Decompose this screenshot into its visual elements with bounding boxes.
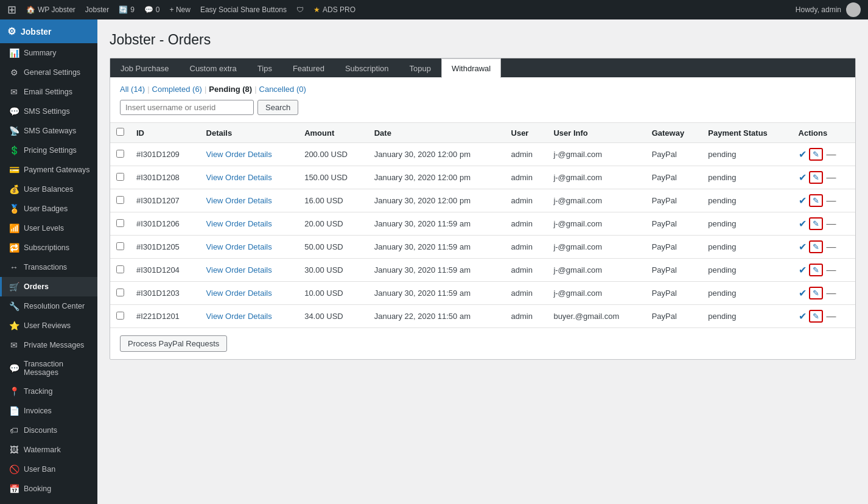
sidebar-item-user-badges[interactable]: 🏅User Badges bbox=[0, 199, 97, 219]
sidebar-item-transactions[interactable]: ↔Transactions bbox=[0, 257, 97, 277]
approve-action-3[interactable]: ✔ bbox=[799, 218, 807, 229]
filter-completed[interactable]: Completed (6) bbox=[152, 85, 202, 94]
sidebar-item-tracking[interactable]: 📍Tracking bbox=[0, 382, 97, 401]
tab-featured[interactable]: Featured bbox=[282, 58, 335, 78]
sidebar-item-sms-settings[interactable]: 💬SMS Settings bbox=[0, 102, 97, 121]
sidebar-item-email-settings[interactable]: ✉Email Settings bbox=[0, 82, 97, 102]
row-user-3: admin bbox=[505, 212, 548, 236]
tab-custom-extra[interactable]: Custom extra bbox=[180, 58, 247, 78]
edit-action-1[interactable]: ✎ bbox=[809, 171, 823, 184]
sidebar-item-user-reviews[interactable]: ⭐User Reviews bbox=[0, 316, 97, 335]
remove-action-3[interactable]: — bbox=[827, 219, 836, 229]
approve-action-4[interactable]: ✔ bbox=[799, 241, 807, 253]
row-select-1[interactable] bbox=[116, 173, 124, 181]
tab-topup[interactable]: Topup bbox=[399, 58, 441, 78]
sidebar-item-subscriptions[interactable]: 🔁Subscriptions bbox=[0, 238, 97, 257]
row-view-link-3[interactable]: View Order Details bbox=[206, 219, 272, 228]
row-date-1: January 30, 2020 12:00 pm bbox=[368, 166, 505, 189]
sidebar-item-watermark[interactable]: 🖼Watermark bbox=[0, 440, 97, 460]
sidebar-label-watermark: Watermark bbox=[24, 446, 61, 454]
sidebar-item-pricing-settings[interactable]: 💲Pricing Settings bbox=[0, 141, 97, 160]
sidebar-label-resolution-center: Resolution Center bbox=[24, 302, 85, 310]
admin-bar-new[interactable]: + New bbox=[170, 5, 191, 14]
row-view-link-1[interactable]: View Order Details bbox=[206, 173, 272, 182]
filter-separator: | bbox=[254, 85, 256, 94]
sidebar-item-user-balances[interactable]: 💰User Balances bbox=[0, 180, 97, 199]
admin-bar-social[interactable]: Easy Social Share Buttons bbox=[200, 5, 287, 14]
admin-bar-howdy[interactable]: Howdy, admin bbox=[796, 2, 861, 17]
search-button[interactable]: Search bbox=[257, 100, 298, 115]
row-view-link-4[interactable]: View Order Details bbox=[206, 242, 272, 251]
approve-action-2[interactable]: ✔ bbox=[799, 195, 807, 206]
tab-subscription[interactable]: Subscription bbox=[335, 58, 399, 78]
remove-action-1[interactable]: — bbox=[827, 172, 836, 183]
approve-action-7[interactable]: ✔ bbox=[799, 310, 807, 322]
process-paypal-button[interactable]: Process PayPal Requests bbox=[120, 335, 227, 352]
row-view-link-0[interactable]: View Order Details bbox=[206, 150, 272, 159]
sidebar-item-resolution-center[interactable]: 🔧Resolution Center bbox=[0, 296, 97, 316]
row-select-4[interactable] bbox=[116, 242, 124, 250]
admin-bar-comments[interactable]: 💬 0 bbox=[144, 5, 160, 14]
row-view-link-5[interactable]: View Order Details bbox=[206, 265, 272, 275]
approve-action-0[interactable]: ✔ bbox=[799, 149, 807, 160]
sidebar-item-user-ban[interactable]: 🚫User Ban bbox=[0, 460, 97, 479]
sidebar-item-booking[interactable]: 📅Booking bbox=[0, 479, 97, 499]
row-select-3[interactable] bbox=[116, 219, 124, 227]
row-view-link-6[interactable]: View Order Details bbox=[206, 289, 272, 298]
edit-action-2[interactable]: ✎ bbox=[809, 194, 823, 207]
sidebar-item-sms-gateways[interactable]: 📡SMS Gateways bbox=[0, 121, 97, 141]
remove-action-4[interactable]: — bbox=[827, 242, 836, 253]
sidebar-item-invoices[interactable]: 📄Invoices bbox=[0, 401, 97, 421]
remove-action-0[interactable]: — bbox=[827, 149, 836, 160]
filter-pending[interactable]: Pending (8) bbox=[209, 85, 252, 94]
remove-action-5[interactable]: — bbox=[827, 265, 836, 276]
edit-action-7[interactable]: ✎ bbox=[809, 310, 823, 323]
edit-action-5[interactable]: ✎ bbox=[809, 264, 823, 276]
filter-cancelled[interactable]: Cancelled (0) bbox=[259, 85, 306, 94]
row-date-7: January 22, 2020 11:50 am bbox=[368, 305, 505, 328]
search-input[interactable] bbox=[120, 100, 254, 115]
edit-action-4[interactable]: ✎ bbox=[809, 240, 823, 253]
admin-bar-plugin[interactable]: Jobster bbox=[85, 5, 109, 14]
sidebar-item-information[interactable]: ℹInformation bbox=[0, 499, 97, 504]
sidebar-item-transaction-messages[interactable]: 💬Transaction Messages bbox=[0, 355, 97, 382]
row-date-2: January 30, 2020 12:00 pm bbox=[368, 189, 505, 212]
sidebar-item-discounts[interactable]: 🏷Discounts bbox=[0, 421, 97, 440]
select-all-checkbox[interactable] bbox=[116, 128, 124, 136]
row-select-0[interactable] bbox=[116, 150, 124, 158]
sidebar-item-orders[interactable]: 🛒Orders bbox=[0, 277, 97, 296]
wp-logo-icon: ⊞ bbox=[7, 3, 16, 16]
row-select-2[interactable] bbox=[116, 196, 124, 204]
admin-bar-ads[interactable]: ★ ADS PRO bbox=[313, 5, 355, 14]
sidebar-item-general-settings[interactable]: ⚙General Settings bbox=[0, 63, 97, 82]
sidebar-item-summary[interactable]: 📊Summary bbox=[0, 43, 97, 63]
col-date: Date bbox=[368, 123, 505, 143]
filter-all[interactable]: All (14) bbox=[120, 85, 145, 94]
approve-action-1[interactable]: ✔ bbox=[799, 172, 807, 183]
edit-action-6[interactable]: ✎ bbox=[809, 287, 823, 299]
sidebar-brand[interactable]: ⚙ Jobster bbox=[0, 19, 97, 43]
row-select-7[interactable] bbox=[116, 312, 124, 320]
admin-bar-shield[interactable]: 🛡 bbox=[296, 5, 304, 14]
remove-action-2[interactable]: — bbox=[827, 195, 836, 206]
row-select-5[interactable] bbox=[116, 265, 124, 273]
row-view-link-7[interactable]: View Order Details bbox=[206, 312, 272, 321]
tab-withdrawal[interactable]: Withdrawal bbox=[441, 58, 501, 78]
approve-action-5[interactable]: ✔ bbox=[799, 264, 807, 276]
tab-job-purchase[interactable]: Job Purchase bbox=[110, 58, 180, 78]
row-view-link-2[interactable]: View Order Details bbox=[206, 196, 272, 205]
sidebar-item-payment-gateways[interactable]: 💳Payment Gateways bbox=[0, 160, 97, 180]
edit-action-3[interactable]: ✎ bbox=[809, 217, 823, 230]
tab-tips[interactable]: Tips bbox=[247, 58, 282, 78]
remove-action-7[interactable]: — bbox=[827, 311, 836, 322]
approve-action-6[interactable]: ✔ bbox=[799, 287, 807, 299]
remove-action-6[interactable]: — bbox=[827, 288, 836, 299]
row-details-4: View Order Details bbox=[200, 236, 299, 259]
admin-bar-site[interactable]: 🏠 WP Jobster bbox=[26, 5, 75, 14]
edit-action-0[interactable]: ✎ bbox=[809, 148, 823, 161]
table-row: #I301D1207 View Order Details 16.00 USD … bbox=[110, 189, 855, 212]
admin-bar-updates[interactable]: 🔄 9 bbox=[119, 5, 135, 14]
row-select-6[interactable] bbox=[116, 289, 124, 296]
sidebar-item-user-levels[interactable]: 📶User Levels bbox=[0, 219, 97, 238]
sidebar-item-private-messages[interactable]: ✉Private Messages bbox=[0, 335, 97, 355]
